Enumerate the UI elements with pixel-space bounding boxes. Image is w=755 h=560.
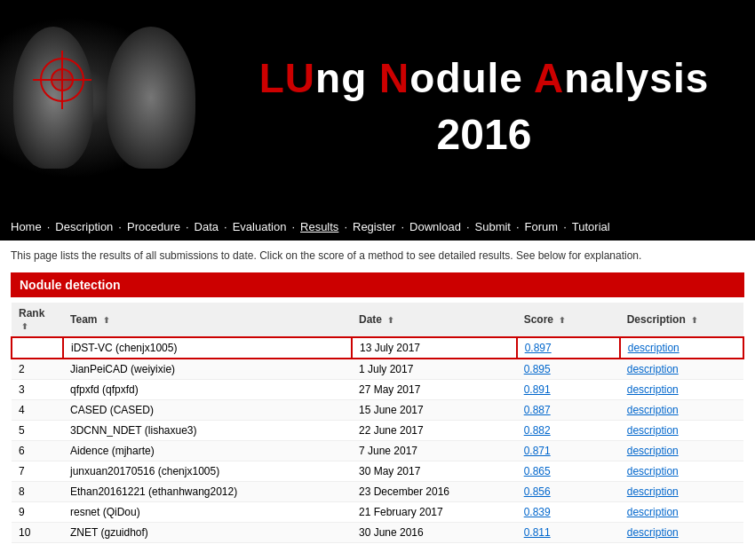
col-rank[interactable]: Rank ⬆ [12, 303, 63, 337]
cell-date: 27 May 2017 [352, 380, 517, 400]
cell-date: 22 June 2017 [352, 421, 517, 441]
col-team[interactable]: Team ⬆ [63, 303, 352, 337]
cell-rank: 7 [12, 461, 63, 482]
score-link[interactable]: 0.882 [524, 424, 551, 437]
score-link[interactable]: 0.856 [524, 485, 551, 498]
cell-rank: 9 [12, 502, 63, 523]
cell-date: 15 June 2017 [352, 400, 517, 421]
cell-score: 0.891 [517, 380, 620, 400]
cell-rank: 2 [12, 359, 63, 380]
nav-procedure[interactable]: Procedure [127, 220, 180, 233]
hero-section: LUng Nodule Analysis 2016 [0, 0, 755, 213]
cell-score: 0.895 [517, 359, 620, 380]
nav-sep-6: · [344, 220, 347, 233]
nav-register[interactable]: Register [353, 220, 395, 233]
nav-data[interactable]: Data [195, 220, 219, 233]
nav-description[interactable]: Description [55, 220, 113, 233]
nav-home[interactable]: Home [11, 220, 42, 233]
cell-description: description [620, 400, 743, 421]
cell-team: Ethan20161221 (ethanhwang2012) [63, 482, 352, 502]
ct-scan-image [0, 0, 213, 213]
description-link[interactable]: description [627, 465, 679, 477]
score-link[interactable]: 0.839 [524, 506, 551, 518]
nav-sep-8: · [466, 220, 470, 233]
description-link[interactable]: description [627, 383, 679, 396]
cell-rank: 10 [12, 523, 63, 543]
cell-description: description [620, 502, 743, 523]
description-link[interactable]: description [628, 342, 680, 354]
cell-description: description [620, 380, 743, 400]
table-row: 53DCNN_NDET (lishaxue3)22 June 20170.882… [12, 421, 743, 441]
nav-download[interactable]: Download [409, 220, 461, 233]
sort-team-icon: ⬆ [103, 316, 110, 325]
score-link[interactable]: 0.891 [524, 383, 551, 396]
cell-team: junxuan20170516 (chenjx1005) [63, 461, 352, 482]
cell-team: CASED (CASED) [63, 400, 352, 421]
nav-sep-10: · [563, 220, 567, 233]
cell-team: resnet (QiDou) [63, 502, 352, 523]
table-row: 3qfpxfd (qfpxfd)27 May 20170.891descript… [12, 380, 743, 400]
description-link[interactable]: description [627, 404, 679, 416]
description-link[interactable]: description [627, 506, 679, 518]
description-link[interactable]: description [627, 526, 679, 539]
cell-description: description [620, 337, 743, 359]
score-link[interactable]: 0.811 [524, 526, 551, 539]
sort-rank-icon: ⬆ [21, 322, 28, 331]
score-link[interactable]: 0.887 [524, 404, 551, 416]
score-link[interactable]: 0.897 [525, 342, 552, 354]
cell-score: 0.871 [517, 441, 620, 461]
cell-team: iDST-VC (chenjx1005) [63, 337, 352, 359]
nav-sep-9: · [516, 220, 520, 233]
cell-date: 21 February 2017 [352, 502, 517, 523]
nav-submit[interactable]: Submit [475, 220, 511, 233]
cell-date: 30 May 2017 [352, 461, 517, 482]
score-link[interactable]: 0.871 [524, 445, 551, 457]
score-link[interactable]: 0.895 [524, 363, 551, 375]
cell-team: Aidence (mjharte) [63, 441, 352, 461]
nav-tutorial[interactable]: Tutorial [572, 220, 610, 233]
table-row: 2JianPeiCAD (weiyixie)1 July 20170.895de… [12, 359, 743, 380]
nav-forum[interactable]: Forum [525, 220, 559, 233]
cell-score: 0.856 [517, 482, 620, 502]
results-table: Rank ⬆ Team ⬆ Date ⬆ Score ⬆ Description… [11, 303, 744, 543]
sort-desc-icon: ⬆ [691, 316, 698, 325]
section-header: Nodule detection [11, 272, 744, 297]
cell-rank: 8 [12, 482, 63, 502]
cell-date: 7 June 2017 [352, 441, 517, 461]
cell-description: description [620, 359, 743, 380]
score-link[interactable]: 0.865 [524, 465, 551, 477]
description-link[interactable]: description [627, 485, 679, 498]
cell-rank [12, 337, 63, 359]
description-link[interactable]: description [627, 363, 679, 375]
cell-score: 0.887 [517, 400, 620, 421]
table-row: 8Ethan20161221 (ethanhwang2012)23 Decemb… [12, 482, 743, 502]
col-score[interactable]: Score ⬆ [517, 303, 620, 337]
cell-score: 0.882 [517, 421, 620, 441]
nav-evaluation[interactable]: Evaluation [233, 220, 287, 233]
nav-sep-4: · [224, 220, 227, 233]
cell-description: description [620, 441, 743, 461]
cell-date: 23 December 2016 [352, 482, 517, 502]
page-content: This page lists the results of all submi… [0, 241, 755, 550]
cell-description: description [620, 461, 743, 482]
nav-sep-1: · [47, 220, 51, 233]
cell-rank: 6 [12, 441, 63, 461]
cell-score: 0.897 [517, 337, 620, 359]
cell-team: ZNET (gzuidhof) [63, 523, 352, 543]
cell-date: 30 June 2016 [352, 523, 517, 543]
page-description: This page lists the results of all submi… [11, 248, 744, 264]
cell-rank: 4 [12, 400, 63, 421]
description-link[interactable]: description [627, 445, 679, 457]
nav-results[interactable]: Results [300, 220, 338, 233]
table-row: 9resnet (QiDou)21 February 20170.839desc… [12, 502, 743, 523]
table-row: iDST-VC (chenjx1005)13 July 20170.897des… [12, 337, 743, 359]
cell-rank: 5 [12, 421, 63, 441]
section-title: Nodule detection [20, 278, 121, 292]
col-description[interactable]: Description ⬆ [620, 303, 743, 337]
table-row: 10ZNET (gzuidhof)30 June 20160.811descri… [12, 523, 743, 543]
cell-description: description [620, 523, 743, 543]
cell-date: 13 July 2017 [352, 337, 517, 359]
col-date[interactable]: Date ⬆ [352, 303, 517, 337]
sort-score-icon: ⬆ [559, 316, 566, 325]
description-link[interactable]: description [627, 424, 679, 437]
